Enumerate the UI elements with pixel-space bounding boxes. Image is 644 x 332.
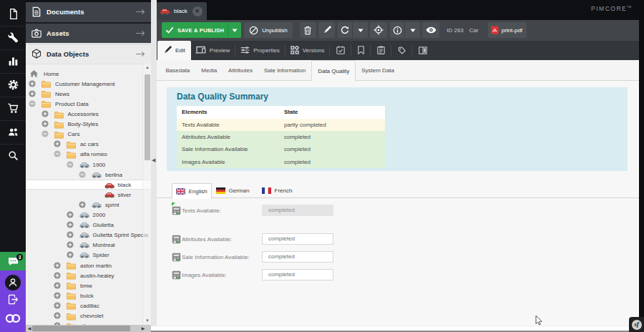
save-publish-button[interactable]: SAVE & PUBLISH <box>162 22 228 38</box>
iconbar-user-circle-button[interactable] <box>0 273 26 292</box>
tree-item-cars[interactable]: Cars <box>26 129 151 139</box>
iconbar-wrench-button[interactable] <box>0 26 26 49</box>
accordion-assets[interactable]: Assets <box>26 22 151 44</box>
expand-icon[interactable] <box>29 80 36 87</box>
subtab-basedata[interactable]: Basedata <box>160 60 196 80</box>
expand-icon[interactable] <box>42 110 49 117</box>
tab-reports[interactable] <box>371 41 390 61</box>
subtab-media[interactable]: Media <box>195 60 223 80</box>
notifications-button[interactable]: 3 <box>0 252 26 270</box>
accordion-documents[interactable]: Documents <box>26 2 151 22</box>
tree-item-accessories[interactable]: Accessories <box>26 109 151 119</box>
collapse-icon[interactable] <box>42 130 49 137</box>
subtab-data-quality[interactable]: Data Quality <box>311 60 356 81</box>
scrollbar-thumb[interactable] <box>145 74 150 160</box>
tree-item-2000[interactable]: 2000 <box>26 210 151 220</box>
tree-item-home[interactable]: Home <box>26 69 151 79</box>
tree-item-silver[interactable]: silver <box>26 190 151 200</box>
tree-item-black[interactable]: black <box>26 180 151 190</box>
field-input-images-available[interactable]: completed <box>262 269 333 281</box>
scrollbar-thumb[interactable] <box>32 326 130 331</box>
expand-icon[interactable] <box>54 292 61 299</box>
iconbar-users-button[interactable] <box>0 120 26 144</box>
field-input-sale-information-available[interactable]: completed <box>262 251 333 263</box>
tree-item-ac-cars[interactable]: ac cars <box>26 139 151 149</box>
tab-notes[interactable] <box>352 41 369 61</box>
unpublish-button[interactable]: Unpublish <box>244 22 293 38</box>
iconbar-file-button[interactable] <box>0 2 26 26</box>
tree-item-aston-martin[interactable]: aston martin <box>26 260 151 270</box>
expand-icon[interactable] <box>54 302 61 309</box>
tree-item-berlina[interactable]: berlina <box>26 170 151 180</box>
expand-icon[interactable] <box>67 211 74 218</box>
iconbar-search-button[interactable] <box>0 144 26 167</box>
tree-item-1900[interactable]: 1900 <box>26 160 151 170</box>
open-website-button[interactable] <box>422 22 439 38</box>
tree-item-alfa-romeo[interactable]: alfa romeo <box>26 149 151 159</box>
tree-item-body-styles[interactable]: Body-Styles <box>26 119 151 129</box>
scroll-down-arrow-icon[interactable]: ▼ <box>145 318 150 323</box>
tab-workflow[interactable] <box>413 41 432 61</box>
subtab-sale-information[interactable]: Sale Information <box>258 60 311 80</box>
language-tab-french[interactable]: French <box>258 183 296 198</box>
print-pdf-button[interactable]: print-pdf <box>488 22 527 38</box>
language-tab-english[interactable]: English <box>172 183 212 199</box>
collapse-icon[interactable] <box>54 150 61 157</box>
collapse-left-icon[interactable]: ◀ <box>152 157 156 164</box>
tree-item-sprint[interactable]: sprint <box>26 200 151 210</box>
reload-dropdown-button[interactable] <box>353 22 368 38</box>
expand-icon[interactable] <box>29 90 36 97</box>
delete-button[interactable] <box>300 22 316 38</box>
tree-item-cadillac[interactable]: cadillac <box>26 301 151 311</box>
tree-item-customer-management[interactable]: Customer Management <box>26 79 151 89</box>
tree-item-bmw[interactable]: bmw <box>26 280 151 290</box>
expand-icon[interactable] <box>54 282 61 289</box>
expand-icon[interactable] <box>54 140 61 147</box>
tree-item-austin-healey[interactable]: austin-healey <box>26 270 151 280</box>
tab-properties[interactable]: Properties <box>236 41 283 61</box>
tab-preview[interactable]: Preview <box>191 41 234 61</box>
tab-schedule[interactable] <box>331 41 350 61</box>
scroll-up-arrow-icon[interactable]: ▲ <box>145 64 150 70</box>
info-button[interactable] <box>390 22 406 38</box>
tab-tags[interactable] <box>392 41 411 61</box>
expand-icon[interactable] <box>42 120 49 127</box>
iconbar-pimcore-logo-button[interactable] <box>0 313 26 323</box>
subtab-system-data[interactable]: System Data <box>356 60 400 80</box>
tree-item-chevrolet[interactable]: chevrolet <box>26 311 151 321</box>
expand-icon[interactable] <box>67 241 74 248</box>
expand-icon[interactable] <box>54 312 61 319</box>
collapse-icon[interactable] <box>29 100 36 107</box>
tree-item-montreal[interactable]: Montreal <box>26 240 151 250</box>
accordion-data-objects[interactable]: Data Objects <box>26 44 151 65</box>
tree-horizontal-scrollbar[interactable]: ◀ ▶ <box>26 325 151 332</box>
reload-button[interactable] <box>338 22 353 38</box>
tree-item-product-data[interactable]: Product Data <box>26 99 151 109</box>
expand-icon[interactable] <box>54 262 61 269</box>
field-input-texts-available[interactable]: completed <box>262 205 333 217</box>
tree-vertical-scrollbar[interactable]: ▲ ▼ <box>142 63 151 325</box>
panel-splitter[interactable]: ◀ <box>151 0 157 332</box>
tree-item-news[interactable]: News <box>26 89 151 99</box>
language-tab-german[interactable]: German <box>213 183 253 198</box>
open-document-tab[interactable]: black ✕ <box>156 2 207 20</box>
iconbar-logout-button[interactable] <box>0 293 26 306</box>
collapse-icon[interactable] <box>67 161 74 168</box>
iconbar-chart-button[interactable] <box>0 49 26 73</box>
rename-button[interactable] <box>318 22 335 38</box>
expand-icon[interactable] <box>67 221 74 228</box>
symfony-debug-button[interactable]: sf <box>629 317 644 332</box>
locate-in-tree-button[interactable] <box>370 22 387 38</box>
collapse-icon[interactable] <box>79 171 86 178</box>
save-dropdown-button[interactable] <box>228 22 241 38</box>
expand-icon[interactable] <box>67 231 74 238</box>
tree-item-spider[interactable]: Spider <box>26 250 151 260</box>
tree-item-giulietta[interactable]: Giulietta <box>26 220 151 230</box>
expand-icon[interactable] <box>67 251 74 258</box>
scroll-right-arrow-icon[interactable]: ▶ <box>140 326 146 331</box>
tree-item-gulietta-sprint-specia[interactable]: Gulietta Sprint Specia <box>26 230 151 240</box>
iconbar-gear-button[interactable] <box>0 73 26 97</box>
subtab-attributes[interactable]: Attributes <box>223 60 258 80</box>
tree-item-buick[interactable]: buick <box>26 290 151 301</box>
close-icon[interactable]: ✕ <box>192 6 203 16</box>
